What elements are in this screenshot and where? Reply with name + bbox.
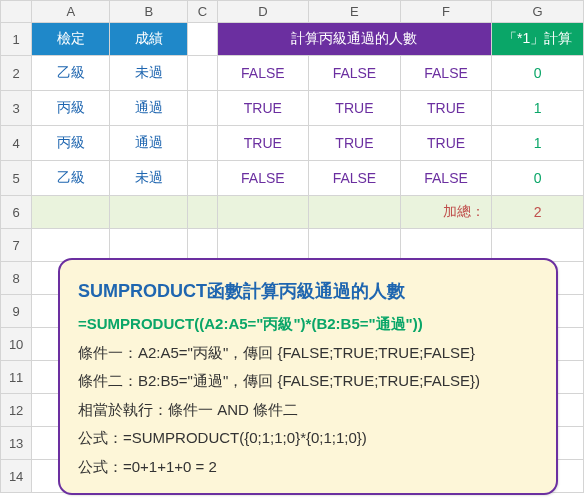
row-header-8[interactable]: 8 bbox=[1, 262, 32, 295]
cell-A3[interactable]: 丙級 bbox=[32, 91, 110, 126]
row-header-1[interactable]: 1 bbox=[1, 23, 32, 56]
cell[interactable] bbox=[188, 196, 217, 229]
cell-B2[interactable]: 未過 bbox=[110, 56, 188, 91]
cell[interactable] bbox=[309, 229, 401, 262]
cell[interactable] bbox=[110, 196, 188, 229]
cell-A2[interactable]: 乙級 bbox=[32, 56, 110, 91]
cell[interactable] bbox=[400, 229, 492, 262]
annotation-line-3: 相當於執行：條件一 AND 條件二 bbox=[78, 396, 538, 425]
cell-E5[interactable]: FALSE bbox=[309, 161, 401, 196]
cell-E3[interactable]: TRUE bbox=[309, 91, 401, 126]
col-header-D[interactable]: D bbox=[217, 1, 309, 23]
cell[interactable] bbox=[188, 56, 217, 91]
header-cell-A[interactable]: 檢定 bbox=[32, 23, 110, 56]
cell-D4[interactable]: TRUE bbox=[217, 126, 309, 161]
col-header-G[interactable]: G bbox=[492, 1, 584, 23]
sum-value[interactable]: 2 bbox=[492, 196, 584, 229]
cell-G5[interactable]: 0 bbox=[492, 161, 584, 196]
cell-F4[interactable]: TRUE bbox=[400, 126, 492, 161]
cell[interactable] bbox=[188, 229, 217, 262]
table-row: 5 乙級 未過 FALSE FALSE FALSE 0 bbox=[1, 161, 584, 196]
col-header-C[interactable]: C bbox=[188, 1, 217, 23]
annotation-line-1: 條件一：A2:A5="丙級"，傳回 {FALSE;TRUE;TRUE;FALSE… bbox=[78, 339, 538, 368]
cell-G4[interactable]: 1 bbox=[492, 126, 584, 161]
annotation-title: SUMPRODUCT函數計算丙級通過的人數 bbox=[78, 274, 538, 308]
cell-E2[interactable]: FALSE bbox=[309, 56, 401, 91]
row-header-10[interactable]: 10 bbox=[1, 328, 32, 361]
annotation-line-2: 條件二：B2:B5="通過"，傳回 {FALSE;TRUE;TRUE;FALSE… bbox=[78, 367, 538, 396]
row-header-13[interactable]: 13 bbox=[1, 427, 32, 460]
row-header-11[interactable]: 11 bbox=[1, 361, 32, 394]
cell[interactable] bbox=[188, 126, 217, 161]
annotation-formula: =SUMPRODUCT((A2:A5="丙級")*(B2:B5="通過")) bbox=[78, 310, 538, 339]
cell[interactable] bbox=[217, 229, 309, 262]
cell[interactable] bbox=[492, 229, 584, 262]
cell[interactable] bbox=[32, 196, 110, 229]
table-row: 3 丙級 通過 TRUE TRUE TRUE 1 bbox=[1, 91, 584, 126]
cell-E4[interactable]: TRUE bbox=[309, 126, 401, 161]
annotation-line-4: 公式：=SUMPRODUCT({0;1;1;0}*{0;1;1;0}) bbox=[78, 424, 538, 453]
annotation-box: SUMPRODUCT函數計算丙級通過的人數 =SUMPRODUCT((A2:A5… bbox=[58, 258, 558, 495]
cell-D3[interactable]: TRUE bbox=[217, 91, 309, 126]
cell-G3[interactable]: 1 bbox=[492, 91, 584, 126]
cell-D2[interactable]: FALSE bbox=[217, 56, 309, 91]
table-row: 1 檢定 成績 計算丙級通過的人數 「*1」計算 bbox=[1, 23, 584, 56]
cell-F5[interactable]: FALSE bbox=[400, 161, 492, 196]
cell[interactable] bbox=[110, 229, 188, 262]
table-row: 2 乙級 未過 FALSE FALSE FALSE 0 bbox=[1, 56, 584, 91]
sum-label[interactable]: 加總： bbox=[400, 196, 492, 229]
annotation-line-5: 公式：=0+1+1+0 = 2 bbox=[78, 453, 538, 482]
col-header-E[interactable]: E bbox=[309, 1, 401, 23]
cell[interactable] bbox=[309, 196, 401, 229]
cell-F2[interactable]: FALSE bbox=[400, 56, 492, 91]
cell-B5[interactable]: 未過 bbox=[110, 161, 188, 196]
header-cell-DEF[interactable]: 計算丙級通過的人數 bbox=[217, 23, 492, 56]
cell-A4[interactable]: 丙級 bbox=[32, 126, 110, 161]
cell[interactable] bbox=[32, 229, 110, 262]
cell[interactable] bbox=[188, 23, 217, 56]
cell-B3[interactable]: 通過 bbox=[110, 91, 188, 126]
row-header-9[interactable]: 9 bbox=[1, 295, 32, 328]
table-row: 7 bbox=[1, 229, 584, 262]
row-header-7[interactable]: 7 bbox=[1, 229, 32, 262]
cell[interactable] bbox=[217, 196, 309, 229]
col-header-F[interactable]: F bbox=[400, 1, 492, 23]
row-header-14[interactable]: 14 bbox=[1, 460, 32, 493]
select-all-corner[interactable] bbox=[1, 1, 32, 23]
column-header-row: A B C D E F G bbox=[1, 1, 584, 23]
cell-B4[interactable]: 通過 bbox=[110, 126, 188, 161]
row-header-3[interactable]: 3 bbox=[1, 91, 32, 126]
header-cell-G[interactable]: 「*1」計算 bbox=[492, 23, 584, 56]
header-cell-B[interactable]: 成績 bbox=[110, 23, 188, 56]
row-header-12[interactable]: 12 bbox=[1, 394, 32, 427]
cell[interactable] bbox=[188, 91, 217, 126]
col-header-B[interactable]: B bbox=[110, 1, 188, 23]
table-row: 4 丙級 通過 TRUE TRUE TRUE 1 bbox=[1, 126, 584, 161]
cell[interactable] bbox=[188, 161, 217, 196]
row-header-6[interactable]: 6 bbox=[1, 196, 32, 229]
cell-A5[interactable]: 乙級 bbox=[32, 161, 110, 196]
cell-D5[interactable]: FALSE bbox=[217, 161, 309, 196]
row-header-5[interactable]: 5 bbox=[1, 161, 32, 196]
sum-row: 6 加總： 2 bbox=[1, 196, 584, 229]
cell-F3[interactable]: TRUE bbox=[400, 91, 492, 126]
row-header-2[interactable]: 2 bbox=[1, 56, 32, 91]
cell-G2[interactable]: 0 bbox=[492, 56, 584, 91]
col-header-A[interactable]: A bbox=[32, 1, 110, 23]
row-header-4[interactable]: 4 bbox=[1, 126, 32, 161]
